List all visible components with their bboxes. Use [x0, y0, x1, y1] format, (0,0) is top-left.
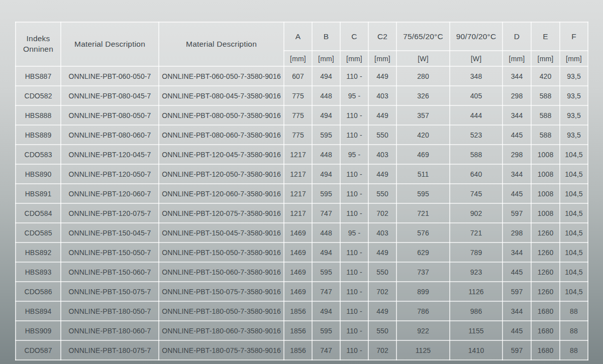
value-a-cell: 1469: [284, 282, 312, 301]
material-description-cell: ONNLINE-PBT-180-075-7: [61, 340, 159, 360]
index-cell: CDO584: [16, 203, 61, 223]
value-a-cell: 775: [284, 105, 312, 125]
value-75-65-20-cell: 737: [396, 262, 450, 282]
value-c-cell: 110 -: [340, 184, 368, 203]
value-d-cell: 445: [502, 321, 531, 340]
value-75-65-20-cell: 469: [396, 145, 450, 164]
value-e-cell: 588: [531, 125, 560, 145]
value-a-cell: 1469: [284, 262, 312, 282]
material-description-long-cell: ONNLINE-PBT-150-050-7-3580-9016: [159, 242, 284, 262]
index-cell: HBS891: [16, 184, 61, 203]
index-cell: HBS887: [16, 66, 61, 86]
table-row: CDO585ONNLINE-PBT-150-045-7ONNLINE-PBT-1…: [16, 223, 588, 242]
material-description-cell: ONNLINE-PBT-080-050-7: [61, 105, 159, 125]
value-d-cell: 298: [502, 86, 531, 105]
value-b-cell: 494: [312, 301, 340, 321]
value-b-cell: 494: [312, 66, 340, 86]
value-c-cell: 110 -: [340, 66, 368, 86]
value-d-cell: 445: [502, 184, 531, 203]
material-description-long-cell: ONNLINE-PBT-120-060-7-3580-9016: [159, 184, 284, 203]
value-f-cell: 104,5: [560, 223, 588, 242]
value-b-cell: 595: [312, 125, 340, 145]
value-c2-cell: 449: [368, 66, 396, 86]
value-f-cell: 93,5: [560, 105, 588, 125]
value-90-70-20-cell: 721: [450, 223, 502, 242]
unit-col-90-70-20: [W]: [450, 51, 502, 66]
value-b-cell: 595: [312, 321, 340, 340]
material-description-long-cell: ONNLINE-PBT-120-045-7-3580-9016: [159, 145, 284, 164]
unit-col-e: [mm]: [531, 51, 560, 66]
material-description-cell: ONNLINE-PBT-150-050-7: [61, 242, 159, 262]
header-col-c2: C2: [368, 22, 396, 51]
value-90-70-20-cell: 986: [450, 301, 502, 321]
value-e-cell: 1680: [531, 321, 560, 340]
value-d-cell: 445: [502, 125, 531, 145]
value-d-cell: 597: [502, 282, 531, 301]
unit-col-f: [mm]: [560, 51, 588, 66]
value-d-cell: 298: [502, 145, 531, 164]
value-c2-cell: 702: [368, 282, 396, 301]
value-75-65-20-cell: 357: [396, 105, 450, 125]
value-75-65-20-cell: 786: [396, 301, 450, 321]
value-75-65-20-cell: 420: [396, 125, 450, 145]
value-d-cell: 344: [502, 164, 531, 184]
header-col-f: F: [560, 22, 588, 51]
value-c2-cell: 403: [368, 145, 396, 164]
value-c-cell: 110 -: [340, 105, 368, 125]
value-90-70-20-cell: 1155: [450, 321, 502, 340]
value-d-cell: 445: [502, 262, 531, 282]
value-d-cell: 597: [502, 203, 531, 223]
value-f-cell: 88: [560, 321, 588, 340]
value-d-cell: 344: [502, 105, 531, 125]
header-row-labels: Indeks Onninen Material Description Mate…: [16, 22, 588, 51]
material-description-cell: ONNLINE-PBT-080-045-7: [61, 86, 159, 105]
value-f-cell: 104,5: [560, 282, 588, 301]
header-col-75-65-20: 75/65/20°C: [396, 22, 450, 51]
value-90-70-20-cell: 1126: [450, 282, 502, 301]
value-b-cell: 747: [312, 340, 340, 360]
value-c2-cell: 550: [368, 321, 396, 340]
table-row: CDO584ONNLINE-PBT-120-075-7ONNLINE-PBT-1…: [16, 203, 588, 223]
value-75-65-20-cell: 595: [396, 184, 450, 203]
value-a-cell: 1856: [284, 321, 312, 340]
value-90-70-20-cell: 588: [450, 145, 502, 164]
value-75-65-20-cell: 1125: [396, 340, 450, 360]
material-description-long-cell: ONNLINE-PBT-080-060-7-3580-9016: [159, 125, 284, 145]
unit-col-d: [mm]: [502, 51, 531, 66]
value-75-65-20-cell: 576: [396, 223, 450, 242]
value-e-cell: 1260: [531, 282, 560, 301]
value-90-70-20-cell: 789: [450, 242, 502, 262]
value-75-65-20-cell: 922: [396, 321, 450, 340]
value-f-cell: 88: [560, 301, 588, 321]
value-90-70-20-cell: 444: [450, 105, 502, 125]
value-b-cell: 448: [312, 86, 340, 105]
value-c-cell: 110 -: [340, 164, 368, 184]
header-col-d: D: [502, 22, 531, 51]
material-description-long-cell: ONNLINE-PBT-080-050-7-3580-9016: [159, 105, 284, 125]
value-a-cell: 607: [284, 66, 312, 86]
value-b-cell: 494: [312, 164, 340, 184]
value-c2-cell: 403: [368, 223, 396, 242]
table-row: HBS893ONNLINE-PBT-150-060-7ONNLINE-PBT-1…: [16, 262, 588, 282]
value-f-cell: 88: [560, 340, 588, 360]
value-c-cell: 110 -: [340, 301, 368, 321]
table-row: HBS894ONNLINE-PBT-180-050-7ONNLINE-PBT-1…: [16, 301, 588, 321]
value-c-cell: 110 -: [340, 125, 368, 145]
value-90-70-20-cell: 1410: [450, 340, 502, 360]
table-row: CDO582ONNLINE-PBT-080-045-7ONNLINE-PBT-0…: [16, 86, 588, 105]
value-a-cell: 1469: [284, 223, 312, 242]
value-90-70-20-cell: 405: [450, 86, 502, 105]
header-col-90-70-20: 90/70/20°C: [450, 22, 502, 51]
value-b-cell: 448: [312, 145, 340, 164]
table-row: HBS891ONNLINE-PBT-120-060-7ONNLINE-PBT-1…: [16, 184, 588, 203]
value-b-cell: 494: [312, 105, 340, 125]
value-c-cell: 110 -: [340, 242, 368, 262]
value-f-cell: 93,5: [560, 66, 588, 86]
value-b-cell: 448: [312, 223, 340, 242]
value-c2-cell: 403: [368, 86, 396, 105]
value-90-70-20-cell: 348: [450, 66, 502, 86]
index-cell: HBS909: [16, 321, 61, 340]
index-cell: CDO587: [16, 340, 61, 360]
header-col-c: C: [340, 22, 368, 51]
material-description-long-cell: ONNLINE-PBT-080-045-7-3580-9016: [159, 86, 284, 105]
